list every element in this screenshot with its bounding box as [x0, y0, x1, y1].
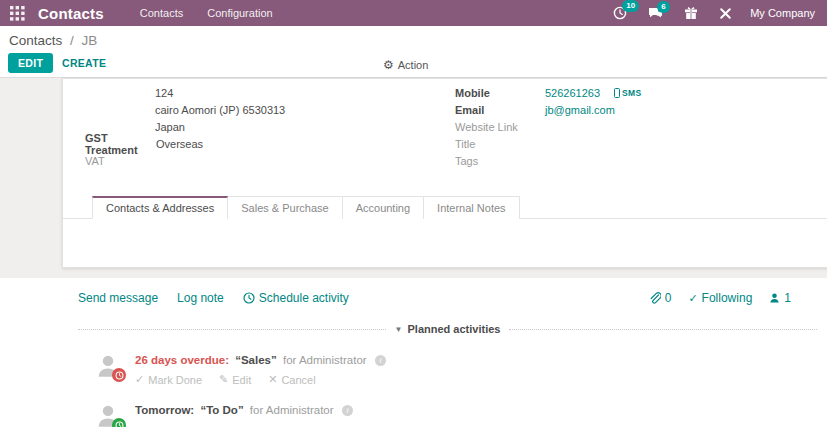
tab-internal-notes[interactable]: Internal Notes: [424, 196, 519, 219]
menu-contacts[interactable]: Contacts: [140, 7, 183, 19]
action-label: Action: [398, 59, 429, 71]
messages-menu-button[interactable]: 6: [648, 7, 663, 20]
activity-assignee: for Administrator: [283, 354, 367, 366]
email-value-link[interactable]: jb@gmail.com: [545, 104, 615, 116]
x-icon: ✕: [268, 373, 277, 386]
sms-label: SMS: [622, 88, 641, 98]
action-menu-button[interactable]: ⚙ Action: [383, 58, 428, 72]
tags-label: Tags: [455, 155, 545, 167]
control-panel: EDIT CREATE ⚙ Action: [0, 55, 827, 78]
check-icon: ✓: [135, 373, 144, 386]
menu-configuration[interactable]: Configuration: [207, 7, 272, 19]
activity-name: “Sales”: [235, 354, 277, 366]
planned-clock-badge: [112, 418, 126, 427]
followers-count: 1: [784, 291, 791, 305]
vat-label: VAT: [85, 155, 155, 167]
activity-assignee: for Administrator: [250, 404, 334, 416]
phone-icon: [614, 88, 620, 98]
activity-due-text: Tomorrow:: [135, 404, 194, 416]
mark-done-button[interactable]: ✓ Mark Done: [135, 373, 202, 386]
breadcrumb-bar: Contacts / JB: [0, 26, 827, 55]
tools-icon-button[interactable]: [719, 7, 732, 20]
address-group: 124 cairo Aomori (JP) 6530313 Japan GST …: [85, 84, 415, 169]
tab-contacts-addresses[interactable]: Contacts & Addresses: [92, 196, 228, 219]
activity-row-overdue: 26 days overdue: “Sales” for Administrat…: [95, 352, 386, 386]
overdue-clock-badge: [112, 368, 126, 382]
city-zip-value: cairo Aomori (JP) 6530313: [155, 104, 285, 116]
gift-icon-button[interactable]: [684, 6, 698, 20]
gear-icon: ⚙: [383, 58, 394, 72]
info-icon[interactable]: i: [375, 355, 386, 366]
send-message-button[interactable]: Send message: [78, 291, 158, 305]
check-icon: ✓: [688, 292, 697, 305]
chevron-down-icon: ▼: [395, 325, 403, 334]
dotted-divider: [509, 329, 817, 330]
activities-menu-button[interactable]: 10: [613, 6, 627, 20]
dotted-divider: [78, 329, 386, 330]
top-navbar: Contacts Contacts Configuration 10 6: [0, 0, 827, 26]
chatter-action-buttons: Send message Log note Schedule activity: [78, 291, 349, 305]
chatter: Send message Log note Schedule activity …: [0, 278, 827, 427]
user-menu[interactable]: My Company: [750, 7, 815, 19]
breadcrumb-separator: /: [70, 33, 74, 48]
paperclip-icon: [649, 292, 661, 305]
activity-row-planned: Tomorrow: “To Do” for Administrator i: [95, 402, 353, 427]
following-button[interactable]: ✓ Following: [688, 291, 752, 305]
notebook-tabs: Contacts & Addresses Sales & Purchase Ac…: [63, 196, 827, 219]
email-label: Email: [455, 104, 545, 116]
avatar: [95, 402, 122, 427]
planned-activities-toggle[interactable]: ▼ Planned activities: [395, 323, 501, 335]
website-link-label: Website Link: [455, 121, 545, 133]
apps-grid-icon[interactable]: [10, 6, 25, 21]
pencil-icon: ✎: [219, 373, 228, 386]
crossed-tools-icon: [719, 7, 732, 20]
schedule-activity-button[interactable]: Schedule activity: [243, 291, 349, 305]
create-button[interactable]: CREATE: [56, 53, 112, 73]
tab-sales-purchase[interactable]: Sales & Purchase: [228, 196, 342, 219]
gst-treatment-value: Overseas: [156, 138, 203, 150]
breadcrumb-parent-link[interactable]: Contacts: [9, 33, 62, 48]
schedule-clock-icon: [243, 292, 255, 304]
avatar: [95, 352, 122, 382]
contact-details-group: Mobile 526261263 SMS Email jb@gmail.com …: [455, 84, 815, 169]
tab-accounting[interactable]: Accounting: [343, 196, 424, 219]
country-value: Japan: [155, 121, 185, 133]
followers-button[interactable]: 1: [769, 291, 791, 305]
activities-badge: 10: [622, 0, 639, 12]
mobile-label: Mobile: [455, 87, 545, 99]
breadcrumb: Contacts / JB: [9, 33, 97, 48]
breadcrumb-current: JB: [82, 33, 98, 48]
attachments-count: 0: [665, 291, 672, 305]
activity-due-text: 26 days overdue:: [135, 354, 229, 366]
title-label: Title: [455, 138, 545, 150]
planned-activities-separator: ▼ Planned activities: [78, 323, 817, 335]
cancel-activity-button[interactable]: ✕ Cancel: [268, 373, 315, 386]
send-sms-button[interactable]: SMS: [614, 88, 641, 98]
chatter-topbar-right: 0 ✓ Following 1: [649, 291, 791, 305]
info-icon[interactable]: i: [342, 405, 353, 416]
follower-person-icon: [769, 292, 780, 304]
gift-icon: [684, 6, 698, 20]
messages-badge: 6: [657, 1, 669, 13]
form-view-background: 124 cairo Aomori (JP) 6530313 Japan GST …: [0, 78, 827, 278]
log-note-button[interactable]: Log note: [177, 291, 224, 305]
street-value: 124: [155, 87, 173, 99]
form-sheet: 124 cairo Aomori (JP) 6530313 Japan GST …: [62, 78, 827, 268]
app-title[interactable]: Contacts: [38, 5, 104, 22]
activity-name: “To Do”: [200, 404, 243, 416]
edit-button[interactable]: EDIT: [8, 53, 53, 73]
mobile-value-link[interactable]: 526261263: [545, 87, 600, 99]
gst-treatment-label: GST Treatment: [85, 132, 155, 156]
edit-activity-button[interactable]: ✎ Edit: [219, 373, 251, 386]
attachments-button[interactable]: 0: [649, 291, 672, 305]
